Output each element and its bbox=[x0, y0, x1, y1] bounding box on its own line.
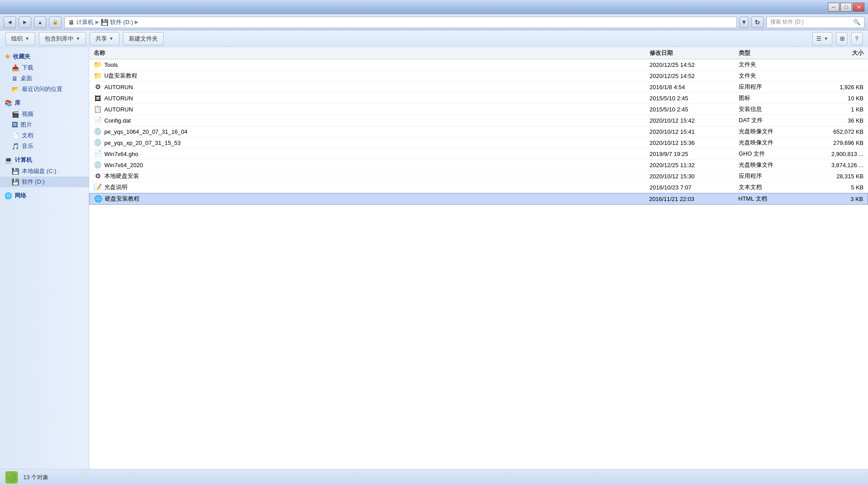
file-date: 2020/12/25 11:32 bbox=[650, 162, 739, 169]
doc-icon: 📄 bbox=[12, 132, 19, 139]
col-type[interactable]: 类型 bbox=[739, 49, 810, 57]
file-name-text: pe_yqs_xp_20_07_31_15_53 bbox=[104, 140, 181, 146]
video-icon: 🎬 bbox=[12, 111, 19, 118]
star-icon: ★ bbox=[4, 53, 10, 61]
file-type: 安装信息 bbox=[739, 105, 810, 113]
organize-label: 组织 bbox=[11, 35, 23, 43]
search-icon[interactable]: 🔍 bbox=[853, 19, 860, 25]
file-size: 1,926 KB bbox=[810, 84, 864, 90]
view-size-icon: ⊞ bbox=[840, 35, 845, 42]
file-date: 2020/10/12 15:36 bbox=[650, 140, 739, 146]
table-row[interactable]: 💿 Win7x64_2020 2020/12/25 11:32 光盘映像文件 3… bbox=[89, 160, 868, 171]
computer-section: 💻 计算机 💾 本地磁盘 (C:) 💾 软件 (D:) bbox=[0, 154, 89, 187]
refresh-button[interactable]: ↻ bbox=[751, 16, 764, 28]
file-list: 📁 Tools 2020/12/25 14:52 文件夹 📁 U盘安装教程 20… bbox=[89, 59, 868, 469]
window-controls: ─ □ ✕ bbox=[828, 3, 864, 12]
file-date: 2020/10/12 15:42 bbox=[650, 117, 739, 124]
file-name-text: Tools bbox=[104, 62, 118, 68]
col-size[interactable]: 大小 bbox=[810, 49, 864, 57]
file-name-cell: 🌐 硬盘安装教程 bbox=[94, 195, 649, 203]
favorites-header[interactable]: ★ 收藏夹 bbox=[0, 51, 89, 62]
sidebar-download-label: 下载 bbox=[22, 64, 33, 72]
sidebar-item-recent[interactable]: 📂 最近访问的位置 bbox=[0, 84, 89, 95]
file-name-cell: ⚙ AUTORUN bbox=[94, 83, 650, 91]
network-header[interactable]: 🌐 网络 bbox=[0, 190, 89, 201]
help-button[interactable]: ? bbox=[851, 32, 863, 45]
computer-header[interactable]: 💻 计算机 bbox=[0, 154, 89, 166]
view-size-button[interactable]: ⊞ bbox=[836, 32, 847, 45]
table-row[interactable]: ⚙ 本地硬盘安装 2020/10/12 15:30 应用程序 28,315 KB bbox=[89, 171, 868, 182]
file-date: 2019/9/7 19:25 bbox=[650, 151, 739, 157]
table-row[interactable]: 📄 Config.dat 2020/10/12 15:42 DAT 文件 36 … bbox=[89, 115, 868, 126]
library-section: 📚 库 🎬 视频 🖼 图片 📄 文档 🎵 音乐 bbox=[0, 97, 89, 152]
c-drive-icon: 💾 bbox=[12, 168, 19, 175]
include-chevron: ▼ bbox=[76, 36, 80, 41]
sidebar-item-download[interactable]: 📥 下载 bbox=[0, 62, 89, 73]
file-icon: 📝 bbox=[94, 183, 102, 191]
file-name-text: pe_yqs_1064_20_07_31_16_04 bbox=[104, 128, 188, 135]
breadcrumb-computer[interactable]: 计算机 bbox=[76, 18, 94, 26]
sidebar-recent-label: 最近访问的位置 bbox=[22, 85, 62, 93]
table-row[interactable]: 📁 U盘安装教程 2020/12/25 14:52 文件夹 bbox=[89, 70, 868, 82]
desktop-icon: 🖥 bbox=[12, 75, 18, 82]
sidebar-item-desktop[interactable]: 🖥 桌面 bbox=[0, 73, 89, 84]
sidebar-item-image[interactable]: 🖼 图片 bbox=[0, 119, 89, 130]
minimize-button[interactable]: ─ bbox=[828, 3, 839, 12]
address-dropdown[interactable]: ▼ bbox=[740, 16, 749, 28]
close-button[interactable]: ✕ bbox=[853, 3, 864, 12]
file-icon: 📋 bbox=[94, 105, 102, 113]
status-app-icon: 🟢 bbox=[5, 471, 18, 484]
search-bar[interactable]: 搜索 软件 (D:) 🔍 bbox=[766, 16, 864, 28]
sidebar-item-video[interactable]: 🎬 视频 bbox=[0, 109, 89, 119]
file-name-cell: 🖼 AUTORUN bbox=[94, 94, 650, 102]
sidebar-item-doc[interactable]: 📄 文档 bbox=[0, 130, 89, 141]
recent-pages-button[interactable]: 🔒 bbox=[49, 16, 62, 28]
forward-button[interactable]: ► bbox=[19, 16, 31, 28]
maximize-button[interactable]: □ bbox=[840, 3, 852, 12]
library-label: 库 bbox=[15, 99, 21, 107]
sidebar-item-c-drive[interactable]: 💾 本地磁盘 (C:) bbox=[0, 166, 89, 177]
file-date: 2020/10/12 15:41 bbox=[650, 128, 739, 135]
table-row[interactable]: 💿 pe_yqs_1064_20_07_31_16_04 2020/10/12 … bbox=[89, 126, 868, 137]
breadcrumb-bar[interactable]: 🖥 计算机 ▶ 💾 软件 (D:) ▶ bbox=[64, 16, 737, 28]
d-drive-icon: 💾 bbox=[12, 178, 19, 185]
library-header[interactable]: 📚 库 bbox=[0, 97, 89, 109]
table-row[interactable]: 📄 Win7x64.gho 2019/9/7 19:25 GHO 文件 2,90… bbox=[89, 148, 868, 160]
file-name-cell: 💿 pe_yqs_1064_20_07_31_16_04 bbox=[94, 127, 650, 136]
table-row[interactable]: 🌐 硬盘安装教程 2016/11/21 22:03 HTML 文档 3 KB bbox=[89, 193, 868, 205]
breadcrumb-drive[interactable]: 软件 (D:) bbox=[110, 18, 133, 26]
col-date[interactable]: 修改日期 bbox=[650, 49, 739, 57]
file-size: 10 KB bbox=[810, 95, 864, 102]
organize-button[interactable]: 组织 ▼ bbox=[5, 32, 35, 45]
include-library-button[interactable]: 包含到库中 ▼ bbox=[39, 32, 86, 45]
file-type: 光盘映像文件 bbox=[739, 127, 810, 136]
table-row[interactable]: 💿 pe_yqs_xp_20_07_31_15_53 2020/10/12 15… bbox=[89, 137, 868, 148]
table-row[interactable]: 🖼 AUTORUN 2015/5/10 2:45 图标 10 KB bbox=[89, 93, 868, 104]
breadcrumb-drive-icon: 💾 bbox=[101, 19, 108, 26]
file-type: HTML 文档 bbox=[738, 195, 810, 203]
sidebar-d-drive-label: 软件 (D:) bbox=[22, 178, 45, 186]
new-folder-button[interactable]: 新建文件夹 bbox=[123, 32, 164, 45]
col-name[interactable]: 名称 bbox=[94, 49, 650, 57]
table-row[interactable]: 📋 AUTORUN 2015/5/10 2:45 安装信息 1 KB bbox=[89, 104, 868, 115]
share-button[interactable]: 共享 ▼ bbox=[90, 32, 119, 45]
table-row[interactable]: 📁 Tools 2020/12/25 14:52 文件夹 bbox=[89, 59, 868, 70]
sidebar-doc-label: 文档 bbox=[22, 132, 33, 140]
table-row[interactable]: 📝 光盘说明 2016/10/23 7:07 文本文档 5 KB bbox=[89, 182, 868, 193]
sidebar-music-label: 音乐 bbox=[22, 142, 33, 150]
file-name-cell: 📁 U盘安装教程 bbox=[94, 72, 650, 80]
file-icon: 📄 bbox=[94, 116, 102, 124]
file-name-text: Config.dat bbox=[104, 117, 131, 124]
back-button[interactable]: ◄ bbox=[4, 16, 16, 28]
file-date: 2015/5/10 2:45 bbox=[650, 106, 739, 113]
file-name-cell: 📋 AUTORUN bbox=[94, 105, 650, 113]
table-row[interactable]: ⚙ AUTORUN 2016/1/8 4:54 应用程序 1,926 KB bbox=[89, 82, 868, 93]
view-button[interactable]: ☰ ▼ bbox=[812, 32, 832, 45]
favorites-section: ★ 收藏夹 📥 下载 🖥 桌面 📂 最近访问的位置 bbox=[0, 51, 89, 95]
up-button[interactable]: ▲ bbox=[34, 16, 46, 28]
sidebar-item-d-drive[interactable]: 💾 软件 (D:) bbox=[0, 177, 89, 187]
file-name-text: 硬盘安装教程 bbox=[105, 195, 140, 203]
breadcrumb-separator-1: ▶ bbox=[95, 19, 99, 25]
file-icon: 📁 bbox=[94, 72, 102, 80]
sidebar-item-music[interactable]: 🎵 音乐 bbox=[0, 141, 89, 152]
